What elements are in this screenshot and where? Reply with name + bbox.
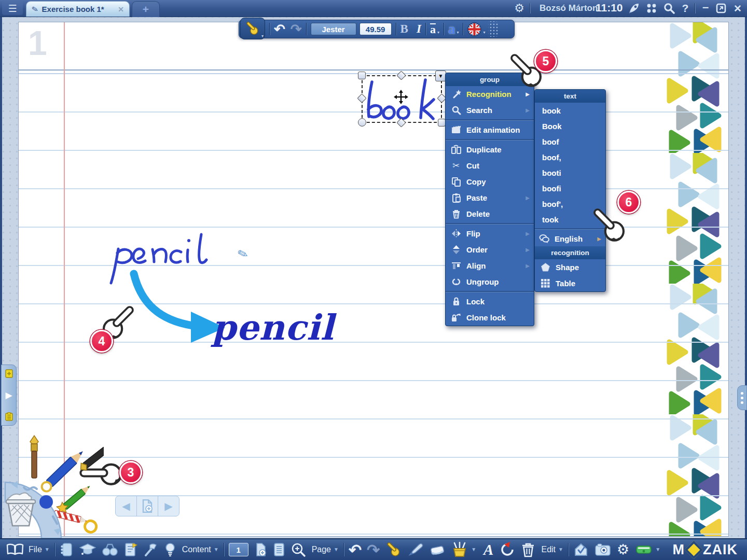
graduation-cap-icon[interactable]	[79, 543, 96, 556]
selection-handle-tl[interactable]	[358, 72, 366, 79]
menu-item-table[interactable]: Table	[535, 275, 605, 291]
redo-button[interactable]: ↷	[290, 21, 302, 37]
add-page-button[interactable]	[137, 496, 158, 516]
dropdown-icon[interactable]: ▾	[483, 31, 485, 35]
trash-tool-button[interactable]	[521, 542, 535, 557]
blue-pencil[interactable]	[40, 448, 86, 493]
converted-text[interactable]: pencil	[212, 307, 334, 348]
suggestion-item[interactable]: Book	[535, 118, 605, 134]
maximize-button[interactable]	[716, 3, 726, 13]
dial-blue-dot[interactable]	[39, 495, 53, 509]
dropdown-icon[interactable]: ▼	[334, 547, 339, 552]
font-size-field[interactable]: 49.59	[359, 23, 392, 35]
menu-item-delete[interactable]: Delete	[446, 206, 534, 222]
expand-arrow-icon[interactable]: ▶	[5, 390, 12, 401]
selection-box[interactable]: ▼	[362, 75, 442, 123]
hamburger-menu-button[interactable]: ☰	[2, 2, 23, 15]
black-pencil[interactable]	[78, 440, 104, 473]
prev-page-button[interactable]: ◀	[116, 496, 137, 516]
font-color-button[interactable]: a	[448, 21, 455, 37]
bold-button[interactable]: B	[400, 22, 408, 36]
suggestion-item[interactable]: boofi	[535, 180, 605, 196]
green-pencil[interactable]	[55, 482, 93, 516]
new-tab-button[interactable]: +	[132, 1, 160, 17]
menu-item-clone-lock[interactable]: Clone lock	[446, 310, 534, 326]
toolbar-drag-handle[interactable]	[488, 21, 499, 37]
rocket-icon[interactable]	[628, 3, 640, 14]
help-icon[interactable]: ?	[680, 2, 691, 15]
lightbulb-icon[interactable]	[164, 542, 176, 557]
open-book-icon[interactable]	[6, 543, 24, 556]
pen-tray-widget[interactable]	[0, 435, 104, 538]
tools-hammer-icon[interactable]	[144, 543, 158, 556]
marker-pen-button[interactable]	[408, 542, 423, 557]
font-name-field[interactable]: Jester	[311, 23, 356, 35]
document-tab[interactable]: ✎ Exercise book 1* ✕	[26, 1, 130, 17]
suggestion-item[interactable]: boof	[535, 134, 605, 149]
file-menu-button[interactable]: File	[29, 545, 42, 554]
dropdown-icon[interactable]: ▼	[655, 547, 660, 552]
menu-item-lock[interactable]: Lock	[446, 293, 534, 310]
home-check-icon[interactable]	[573, 542, 589, 557]
pen-cup-button[interactable]	[451, 542, 468, 557]
search-icon[interactable]	[663, 3, 675, 14]
binder-icon[interactable]	[60, 542, 73, 557]
zoom-icon[interactable]	[291, 542, 306, 557]
edit-menu-button[interactable]: Edit	[541, 545, 556, 554]
content-menu-button[interactable]: Content	[182, 545, 211, 554]
page-number-field[interactable]: 1	[229, 543, 248, 556]
pointer-glove-button[interactable]	[386, 542, 402, 557]
camera-icon[interactable]	[595, 543, 611, 556]
dropdown-icon[interactable]: ▼	[558, 547, 563, 552]
menu-item-align[interactable]: Align ▶	[446, 258, 534, 274]
dropdown-icon[interactable]: ▼	[471, 547, 476, 552]
eraser-button[interactable]	[430, 543, 445, 556]
apps-grid-icon[interactable]	[646, 3, 657, 13]
dropdown-icon[interactable]: ▾	[457, 31, 459, 35]
selection-dropdown[interactable]: ▼	[435, 71, 446, 81]
menu-item-copy[interactable]: Copy	[446, 174, 534, 190]
settings-gear-icon[interactable]: ⚙	[513, 2, 526, 15]
menu-item-paste[interactable]: Paste ▶	[446, 190, 534, 206]
menu-item-duplicate[interactable]: Duplicate	[446, 142, 534, 158]
dropdown-icon[interactable]: ▼	[45, 547, 50, 552]
user-name[interactable]: Bozsó Márton	[540, 3, 598, 13]
suggestion-item[interactable]: boof,	[535, 149, 605, 165]
page-menu-button[interactable]: Page	[312, 545, 331, 554]
language-flag-icon[interactable]	[467, 22, 481, 36]
menu-item-search[interactable]: Search ▶	[446, 102, 534, 118]
redo-toolbar-button[interactable]: ↷	[367, 541, 380, 559]
binoculars-icon[interactable]	[102, 543, 118, 556]
clipboard-mini-icon[interactable]	[5, 412, 13, 421]
selection-handle-bl[interactable]	[358, 118, 366, 127]
dropdown-icon[interactable]: ▼	[214, 547, 219, 552]
side-handle-tab[interactable]	[737, 385, 747, 410]
menu-item-shape[interactable]: Shape	[535, 259, 605, 275]
italic-button[interactable]: I	[417, 22, 421, 36]
suggestion-item[interactable]: book	[535, 103, 605, 118]
notes-document-icon[interactable]	[124, 542, 137, 557]
side-panel-tab[interactable]: ▶	[1, 365, 17, 426]
undo-button[interactable]: ↶	[274, 21, 285, 37]
ornate-pen[interactable]	[30, 436, 38, 478]
move-cursor-icon[interactable]	[394, 90, 408, 104]
dropdown-icon[interactable]: ▾	[437, 31, 439, 35]
menu-item-edit-animation[interactable]: Edit animation	[446, 122, 534, 138]
pages-list-icon[interactable]	[273, 542, 285, 557]
suggestion-item[interactable]: booti	[535, 165, 605, 180]
next-page-button[interactable]: ▶	[158, 496, 179, 516]
menu-item-flip[interactable]: Flip ▶	[446, 226, 534, 242]
connect-device-icon[interactable]	[635, 543, 652, 556]
selection-handle-br[interactable]	[438, 119, 446, 127]
add-page-toolbar-icon[interactable]	[255, 542, 267, 557]
menu-item-order[interactable]: Order ▶	[446, 242, 534, 258]
undo-toolbar-button[interactable]: ↶	[349, 541, 362, 559]
settings-tool-icon[interactable]: ⚙	[617, 541, 629, 558]
menu-item-ungroup[interactable]: Ungroup	[446, 274, 534, 290]
minimize-button[interactable]: –	[699, 1, 712, 13]
text-tool-button[interactable]: A	[483, 541, 493, 558]
pointer-tool-button[interactable]: ▾	[240, 18, 265, 39]
tab-close-icon[interactable]: ✕	[118, 5, 124, 13]
rotate-tool-button[interactable]	[500, 542, 515, 557]
close-button[interactable]: ✕	[731, 2, 744, 15]
